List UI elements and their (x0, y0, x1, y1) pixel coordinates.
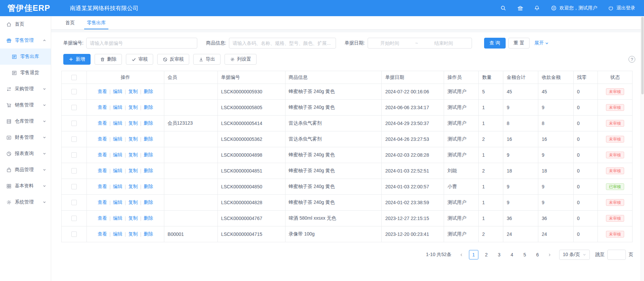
audit-button[interactable]: 审核 (126, 54, 153, 65)
copy-link[interactable]: 复制 (128, 89, 138, 95)
row-checkbox[interactable] (71, 216, 77, 221)
view-link[interactable]: 查看 (98, 120, 107, 126)
sidebar-item-report-query[interactable]: 报表查询 (0, 146, 51, 162)
edit-link[interactable]: 编辑 (113, 231, 123, 237)
sidebar-item-system-mgmt[interactable]: 系统管理 (0, 194, 51, 210)
copy-link[interactable]: 复制 (128, 231, 138, 237)
view-link[interactable]: 查看 (98, 89, 107, 95)
copy-link[interactable]: 复制 (128, 136, 138, 142)
edit-link[interactable]: 编辑 (113, 136, 123, 142)
row-checkbox[interactable] (71, 105, 77, 110)
delete-link[interactable]: 删除 (144, 104, 153, 111)
row-checkbox[interactable] (71, 168, 77, 174)
delete-link[interactable]: 删除 (144, 184, 153, 190)
view-link[interactable]: 查看 (98, 231, 107, 237)
delete-link[interactable]: 删除 (144, 231, 153, 237)
tab-home[interactable]: 首页 (59, 16, 81, 29)
view-link[interactable]: 查看 (98, 152, 107, 158)
search-button[interactable]: 查 询 (484, 38, 506, 49)
delete-button[interactable]: 删除 (95, 54, 122, 65)
edit-link[interactable]: 编辑 (113, 152, 123, 158)
delete-link[interactable]: 删除 (144, 199, 153, 206)
unaudit-button[interactable]: 反审核 (157, 54, 189, 65)
page-size-select[interactable]: 10 条/页 (559, 250, 590, 260)
reset-button[interactable]: 重 置 (508, 38, 530, 49)
tab-retail-outbound[interactable]: 零售出库 (81, 16, 112, 29)
edit-link[interactable]: 编辑 (113, 89, 123, 95)
edit-link[interactable]: 编辑 (113, 120, 123, 126)
copy-link[interactable]: 复制 (128, 215, 138, 221)
date-start-input[interactable] (368, 40, 412, 46)
product-info-input[interactable] (229, 38, 336, 49)
bell-icon[interactable] (534, 5, 540, 11)
view-link[interactable]: 查看 (98, 184, 107, 190)
edit-link[interactable]: 编辑 (113, 184, 123, 190)
view-link[interactable]: 查看 (98, 136, 107, 142)
page-number[interactable]: 6 (533, 250, 542, 259)
help-icon[interactable]: ? (629, 56, 635, 63)
view-link[interactable]: 查看 (98, 104, 107, 111)
prev-page-icon[interactable] (457, 250, 466, 259)
select-all-checkbox[interactable] (71, 75, 77, 80)
page-number[interactable]: 1 (469, 250, 478, 259)
sidebar-item-warehouse-mgmt[interactable]: 仓库管理 (0, 113, 51, 129)
sidebar-item-home[interactable]: 首页 (0, 16, 51, 32)
jump-page-input[interactable] (607, 250, 626, 260)
sidebar-item-retail-mgmt[interactable]: 零售管理 (0, 32, 51, 49)
sidebar-item-finance-mgmt[interactable]: 财务管理 (0, 129, 51, 146)
welcome-user[interactable]: 欢迎您，测试用户 (550, 5, 597, 11)
row-checkbox[interactable] (71, 231, 77, 237)
date-end-input[interactable] (422, 40, 466, 46)
page-number[interactable]: 3 (495, 250, 504, 259)
sidebar-item-basic-data[interactable]: 基本资料 (0, 178, 51, 194)
delete-link[interactable]: 删除 (144, 215, 153, 221)
expand-link[interactable]: 展开 (534, 40, 549, 46)
scrollbar[interactable] (641, 16, 644, 281)
search-icon[interactable] (500, 5, 507, 11)
row-checkbox[interactable] (71, 152, 77, 158)
row-checkbox[interactable] (71, 136, 77, 142)
copy-link[interactable]: 复制 (128, 168, 138, 174)
edit-link[interactable]: 编辑 (113, 104, 123, 111)
delete-link[interactable]: 删除 (144, 136, 153, 142)
delete-link[interactable]: 删除 (144, 168, 153, 174)
next-page-icon[interactable] (546, 250, 554, 259)
bill-no-input[interactable] (86, 38, 197, 49)
view-link[interactable]: 查看 (98, 215, 107, 221)
edit-link[interactable]: 编辑 (113, 215, 123, 221)
edit-link[interactable]: 编辑 (113, 168, 123, 174)
date-range-picker[interactable]: ~ (368, 38, 472, 49)
bank-icon[interactable] (517, 5, 523, 11)
column-settings-button[interactable]: 列设置 (225, 54, 257, 65)
page-number[interactable]: 4 (507, 250, 517, 259)
sidebar-item-purchase-mgmt[interactable]: 采购管理 (0, 81, 51, 97)
page-number[interactable]: 2 (482, 250, 491, 259)
delete-link[interactable]: 删除 (144, 152, 153, 158)
sidebar-item-sales-mgmt[interactable]: 销售管理 (0, 97, 51, 113)
amount-cell: 9 (503, 195, 538, 211)
copy-link[interactable]: 复制 (128, 184, 138, 190)
row-checkbox[interactable] (71, 89, 77, 94)
sidebar-item-retail-outbound[interactable]: 零售出库 (0, 49, 51, 65)
scrollbar-thumb[interactable] (641, 17, 644, 94)
logout-button[interactable]: 退出登录 (607, 5, 635, 11)
copy-link[interactable]: 复制 (128, 199, 138, 206)
copy-link[interactable]: 复制 (128, 120, 138, 126)
export-button[interactable]: 导出 (193, 54, 221, 65)
sidebar-item-retail-return[interactable]: 零售退货 (0, 65, 51, 81)
edit-link[interactable]: 编辑 (113, 199, 123, 206)
row-checkbox[interactable] (71, 121, 77, 126)
status-badge: 未审核 (606, 136, 624, 143)
copy-link[interactable]: 复制 (128, 104, 138, 111)
column-settings-label: 列设置 (237, 56, 251, 62)
view-link[interactable]: 查看 (98, 199, 107, 206)
sidebar-item-product-mgmt[interactable]: 商品管理 (0, 162, 51, 178)
row-checkbox[interactable] (71, 184, 77, 189)
page-number[interactable]: 5 (520, 250, 530, 259)
delete-link[interactable]: 删除 (144, 120, 153, 126)
row-checkbox[interactable] (71, 200, 77, 205)
add-button[interactable]: 新增 (63, 54, 91, 65)
copy-link[interactable]: 复制 (128, 152, 138, 158)
delete-link[interactable]: 删除 (144, 89, 153, 95)
view-link[interactable]: 查看 (98, 168, 107, 174)
